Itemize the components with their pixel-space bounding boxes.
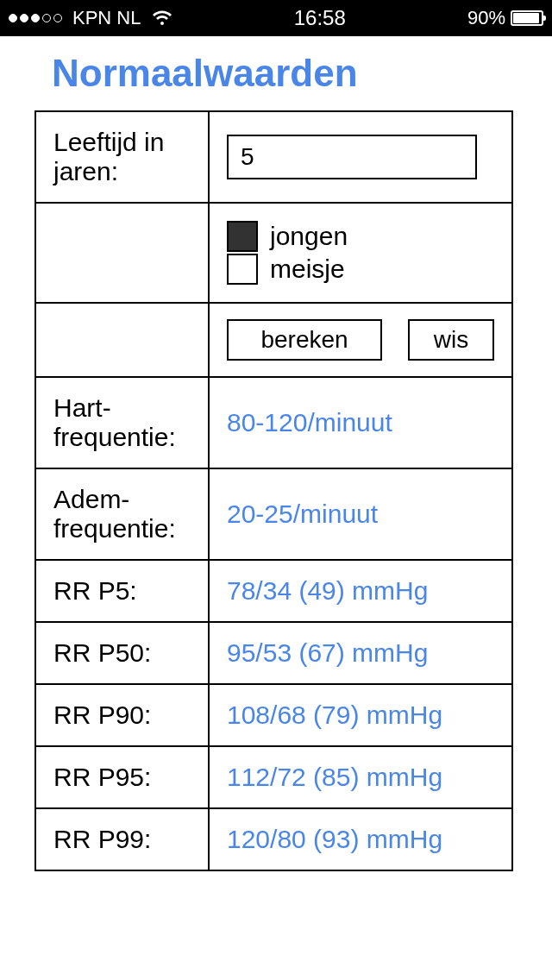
gender-girl-label: meisje bbox=[270, 254, 345, 284]
rr-p50-label: RR P50: bbox=[35, 622, 209, 684]
signal-strength-icon bbox=[9, 14, 62, 22]
page-title: Normaalwaarden bbox=[0, 36, 552, 110]
buttons-label-cell bbox=[35, 303, 209, 377]
rr-p5-label: RR P5: bbox=[35, 560, 209, 622]
calculate-button[interactable]: bereken bbox=[227, 319, 382, 361]
rr-p90-label: RR P90: bbox=[35, 684, 209, 746]
age-label: Leeftijd in jaren: bbox=[35, 111, 209, 203]
gender-cell: jongen meisje bbox=[209, 203, 512, 303]
buttons-cell: bereken wis bbox=[209, 303, 512, 377]
status-right: 90% bbox=[467, 7, 543, 29]
gender-girl-checkbox[interactable] bbox=[227, 254, 258, 285]
gender-label-cell bbox=[35, 203, 209, 303]
rr-p95-value: 112/72 (85) mmHg bbox=[209, 746, 512, 808]
age-input[interactable] bbox=[227, 135, 477, 179]
status-left: KPN NL bbox=[9, 6, 172, 30]
rr-p5-value: 78/34 (49) mmHg bbox=[209, 560, 512, 622]
gender-girl-row: meisje bbox=[227, 254, 494, 285]
resp-rate-value: 20-25/minuut bbox=[209, 468, 512, 560]
battery-percent: 90% bbox=[467, 7, 505, 29]
rr-p99-label: RR P99: bbox=[35, 808, 209, 870]
age-cell bbox=[209, 111, 512, 203]
rr-p90-value: 108/68 (79) mmHg bbox=[209, 684, 512, 746]
status-time: 16:58 bbox=[172, 6, 467, 30]
status-bar: KPN NL 16:58 90% bbox=[0, 0, 552, 36]
wifi-icon bbox=[153, 6, 172, 30]
battery-icon bbox=[511, 10, 543, 26]
carrier-label: KPN NL bbox=[72, 7, 141, 29]
heart-rate-label: Hart-frequentie: bbox=[35, 377, 209, 468]
normal-values-table: Leeftijd in jaren: jongen meisje bereken… bbox=[34, 110, 513, 871]
gender-boy-row: jongen bbox=[227, 221, 494, 252]
clear-button[interactable]: wis bbox=[408, 319, 494, 361]
gender-boy-label: jongen bbox=[270, 222, 348, 251]
heart-rate-value: 80-120/minuut bbox=[209, 377, 512, 468]
rr-p50-value: 95/53 (67) mmHg bbox=[209, 622, 512, 684]
rr-p99-value: 120/80 (93) mmHg bbox=[209, 808, 512, 870]
gender-boy-checkbox[interactable] bbox=[227, 221, 258, 252]
rr-p95-label: RR P95: bbox=[35, 746, 209, 808]
resp-rate-label: Adem-frequentie: bbox=[35, 468, 209, 560]
